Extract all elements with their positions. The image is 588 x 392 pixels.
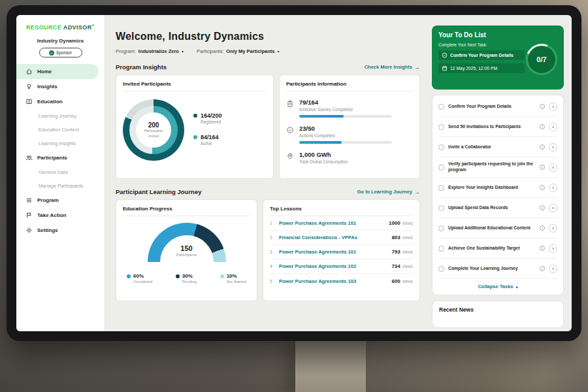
sidebar-item-label: Insights	[37, 84, 57, 90]
chevron-right-icon[interactable]: ›	[549, 224, 557, 233]
donut-legend: 164/200 Registered 84/164 Active	[193, 112, 222, 161]
todo-task-list: Confirm Your Program Details i › Send 50…	[432, 95, 564, 295]
task-row-verify-participants[interactable]: Verify participants requesting to join t…	[438, 157, 557, 178]
task-label: Upload Additional Educational Content	[448, 225, 536, 231]
participants-filter-dropdown[interactable]: Participants: Only My Participants ▾	[197, 48, 279, 54]
task-row-upload-spend-data[interactable]: Upload Spend Data Records i ›	[438, 198, 557, 218]
legend-item-registered: 164/200 Registered	[193, 112, 222, 124]
progress-fill	[299, 115, 344, 118]
info-icon[interactable]: i	[540, 185, 545, 190]
lesson-title-link[interactable]: Financial Considerations - VPPAs	[279, 235, 387, 240]
link-label: Check More Insights	[365, 64, 412, 70]
sponsor-badge[interactable]: ✓ Sponsor	[39, 48, 82, 57]
task-checkbox[interactable]	[438, 165, 444, 171]
task-checkbox[interactable]	[438, 205, 444, 211]
sidebar-item-participants[interactable]: Participants	[16, 150, 105, 165]
lesson-row: 3 Power Purchase Agreements 101 793views	[270, 245, 413, 259]
progress-bar	[299, 115, 392, 118]
info-icon[interactable]: i	[540, 205, 545, 210]
chevron-right-icon[interactable]: ›	[549, 204, 557, 212]
legend-label: Not Started	[227, 280, 246, 284]
lesson-row: 5 Power Purchase Agreements 103 600views	[270, 274, 413, 288]
legend-dot	[193, 135, 197, 139]
task-row-send-invitations[interactable]: Send 50 Invitations to Participants i ›	[438, 117, 557, 137]
task-checkbox[interactable]	[438, 104, 444, 110]
info-icon[interactable]: i	[540, 104, 545, 109]
recent-news-title: Recent News	[439, 306, 557, 313]
sidebar-item-label: Settings	[37, 227, 58, 233]
chevron-right-icon[interactable]: ›	[549, 123, 557, 131]
sidebar-item-home[interactable]: Home	[16, 64, 99, 79]
main-content: Welcome, Industry Dynamics Program: Indu…	[105, 15, 427, 331]
task-checkbox[interactable]	[438, 144, 444, 150]
todo-next-due-label: 12 May 2025, 12:00 PM	[450, 66, 497, 71]
lesson-rank: 2	[270, 235, 274, 240]
todo-progress-value: 0/7	[536, 56, 546, 63]
sidebar-item-program[interactable]: Program	[16, 193, 105, 208]
task-checkbox[interactable]	[438, 246, 444, 252]
sidebar-item-insights[interactable]: Insights	[16, 79, 105, 94]
task-checkbox[interactable]	[438, 185, 444, 191]
go-to-learning-journey-link[interactable]: Go to Learning Journey →	[357, 189, 420, 195]
legend-item-active: 84/164 Active	[193, 134, 222, 146]
lesson-title-link[interactable]: Power Purchase Agreements 102	[279, 263, 387, 269]
task-row-complete-learning-journey[interactable]: Complete Your Learning Journey i ›	[438, 259, 557, 279]
invited-participants-card: Invited Participants 200 Participants In…	[116, 74, 274, 179]
legend-label: Registered	[201, 120, 222, 124]
task-checkbox[interactable]	[438, 266, 444, 272]
task-label: Achieve One Sustainability Target	[448, 246, 536, 252]
program-filter-dropdown[interactable]: Program: Industrialize Zero ▾	[116, 48, 184, 54]
gear-icon	[25, 227, 33, 234]
chevron-right-icon[interactable]: ›	[549, 103, 557, 111]
chevron-right-icon[interactable]: ›	[549, 184, 557, 192]
lesson-title-link[interactable]: Power Purchase Agreements 101	[279, 249, 387, 255]
task-row-invite-collaborator[interactable]: Invite a Collaborator i ›	[438, 137, 557, 157]
arrow-right-icon: →	[414, 189, 420, 195]
lesson-row: 4 Power Purchase Agreements 102 734views	[270, 259, 413, 274]
check-more-insights-link[interactable]: Check More Insights →	[365, 64, 420, 71]
info-value: 23/50	[299, 125, 392, 132]
info-icon[interactable]: i	[540, 225, 545, 231]
task-row-explore-insights[interactable]: Explore Your Insights Dashboard i ›	[438, 178, 557, 198]
task-row-confirm-program[interactable]: Confirm Your Program Details i ›	[438, 97, 557, 117]
section-title: Participant Learning Journey	[116, 188, 201, 195]
lesson-title-link[interactable]: Power Purchase Agreements 103	[279, 278, 387, 284]
sidebar-item-take-action[interactable]: Take Action	[16, 208, 105, 223]
calendar-icon	[442, 65, 448, 71]
arrow-right-icon: →	[414, 64, 420, 71]
lesson-row: 1 Power Purchase Agreements 101 1000view…	[270, 216, 413, 231]
bulb-icon	[25, 83, 33, 90]
gauge-center-value: 150	[160, 244, 214, 252]
lesson-title-link[interactable]: Power Purchase Agreements 101	[279, 220, 384, 226]
chevron-right-icon[interactable]: ›	[549, 143, 557, 152]
lesson-rank: 5	[270, 279, 274, 284]
lesson-views-value: 600	[391, 278, 400, 284]
info-icon[interactable]: i	[540, 246, 545, 251]
sidebar-item-learning-insights[interactable]: Learning Insights	[16, 137, 105, 150]
info-icon[interactable]: i	[540, 165, 545, 170]
sidebar-item-learning-journey[interactable]: Learning Journey	[16, 109, 105, 123]
task-checkbox[interactable]	[438, 124, 444, 130]
top-lessons-card: Top Lessons 1 Power Purchase Agreements …	[263, 199, 420, 301]
sidebar-item-manage-participants[interactable]: Manage Participants	[16, 179, 105, 193]
chevron-right-icon[interactable]: ›	[549, 163, 557, 172]
info-row-survey: 79/164 Emission Survey Completed	[286, 99, 413, 118]
sidebar-item-general-data[interactable]: General Data	[16, 165, 105, 179]
filter-bar: Program: Industrialize Zero ▾ Participan…	[116, 48, 420, 54]
sidebar-item-education-content[interactable]: Education Content	[16, 123, 105, 137]
legend-value: 10%	[227, 273, 246, 279]
sidebar-item-settings[interactable]: Settings	[16, 223, 105, 238]
todo-next-task[interactable]: Confirm Your Program Details	[438, 50, 525, 60]
task-checkbox[interactable]	[438, 225, 444, 231]
info-icon[interactable]: i	[540, 266, 545, 271]
task-row-achieve-sustainability-target[interactable]: Achieve One Sustainability Target i ›	[438, 238, 557, 259]
info-icon[interactable]: i	[540, 124, 545, 129]
sidebar-item-education[interactable]: Education	[16, 94, 105, 109]
collapse-tasks-button[interactable]: Collapse Tasks ▴	[438, 279, 557, 293]
chevron-right-icon[interactable]: ›	[549, 244, 557, 253]
legend-dot	[193, 114, 197, 118]
info-icon[interactable]: i	[540, 144, 545, 150]
chevron-right-icon[interactable]: ›	[549, 265, 557, 273]
task-row-upload-educational-content[interactable]: Upload Additional Educational Content i …	[438, 218, 557, 238]
lesson-views-value: 803	[391, 235, 400, 240]
